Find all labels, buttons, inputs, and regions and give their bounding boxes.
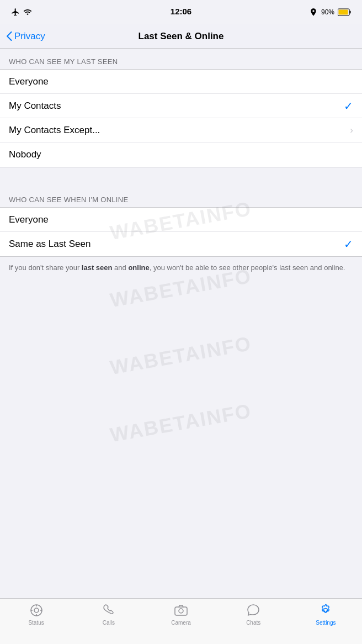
empty-space xyxy=(0,284,362,478)
last-seen-contacts-except-row[interactable]: My Contacts Except... › xyxy=(0,118,362,142)
online-same-as-checkmark: ✓ xyxy=(344,237,353,251)
footer-text-1: If you don't share your xyxy=(9,263,82,272)
status-left xyxy=(11,8,32,17)
tab-bar: Status Calls Camera Chats Settings xyxy=(0,598,362,644)
last-seen-my-contacts-row[interactable]: My Contacts ✓ xyxy=(0,94,362,118)
chats-icon xyxy=(246,603,260,617)
footer-text-3: , you won't be able to see other people'… xyxy=(150,263,345,272)
last-seen-everyone-row[interactable]: Everyone xyxy=(0,70,362,94)
section-gap-1 xyxy=(0,167,362,187)
svg-point-4 xyxy=(34,608,39,613)
last-seen-my-contacts-label: My Contacts xyxy=(9,101,344,112)
online-group: Everyone Same as Last Seen ✓ xyxy=(0,207,362,257)
section-header-last-seen: WHO CAN SEE MY LAST SEEN xyxy=(0,49,362,69)
battery-icon xyxy=(338,8,351,16)
tab-camera-label: Camera xyxy=(171,620,191,626)
section-header-online: WHO CAN SEE WHEN I'M ONLINE xyxy=(0,187,362,207)
tab-settings[interactable]: Settings xyxy=(290,603,362,626)
nav-bar: Privacy Last Seen & Online xyxy=(0,24,362,49)
status-bar: 12:06 90% xyxy=(0,0,362,24)
status-time: 12:06 xyxy=(171,7,191,16)
chevron-right-icon: › xyxy=(350,125,353,136)
tab-calls-label: Calls xyxy=(103,620,115,626)
last-seen-contacts-except-label: My Contacts Except... xyxy=(9,125,350,136)
settings-icon xyxy=(318,603,333,617)
tab-camera[interactable]: Camera xyxy=(145,603,217,626)
tab-settings-label: Settings xyxy=(316,620,336,626)
svg-rect-2 xyxy=(339,10,348,15)
tab-status-label: Status xyxy=(28,620,44,626)
back-label: Privacy xyxy=(14,31,45,42)
tab-chats-label: Chats xyxy=(246,620,260,626)
online-same-as-row[interactable]: Same as Last Seen ✓ xyxy=(0,232,362,256)
last-seen-nobody-label: Nobody xyxy=(9,149,353,160)
tab-status[interactable]: Status xyxy=(0,603,72,626)
last-seen-everyone-label: Everyone xyxy=(9,76,353,87)
status-icon xyxy=(29,603,44,617)
svg-point-10 xyxy=(179,609,183,613)
back-button[interactable]: Privacy xyxy=(7,31,45,42)
camera-icon xyxy=(174,603,188,617)
location-icon xyxy=(309,8,318,17)
status-right: 90% xyxy=(309,8,351,17)
wifi-icon xyxy=(23,8,32,17)
svg-point-11 xyxy=(324,609,328,613)
airplane-icon xyxy=(11,8,20,17)
last-seen-group: Everyone My Contacts ✓ My Contacts Excep… xyxy=(0,69,362,167)
online-everyone-row[interactable]: Everyone xyxy=(0,208,362,232)
last-seen-my-contacts-checkmark: ✓ xyxy=(344,99,353,113)
nav-title: Last Seen & Online xyxy=(139,31,224,42)
footer-text-2: and xyxy=(113,263,129,272)
tab-calls[interactable]: Calls xyxy=(72,603,145,626)
footer-bold-online: online xyxy=(128,263,149,272)
last-seen-nobody-row[interactable]: Nobody xyxy=(0,142,362,167)
battery-text: 90% xyxy=(321,8,334,16)
online-same-as-label: Same as Last Seen xyxy=(9,239,344,250)
tab-chats[interactable]: Chats xyxy=(217,603,290,626)
footer-note: If you don't share your last seen and on… xyxy=(0,257,362,284)
footer-bold-last-seen: last seen xyxy=(82,263,113,272)
calls-icon xyxy=(102,603,116,617)
svg-rect-1 xyxy=(350,11,351,14)
online-everyone-label: Everyone xyxy=(9,214,353,225)
